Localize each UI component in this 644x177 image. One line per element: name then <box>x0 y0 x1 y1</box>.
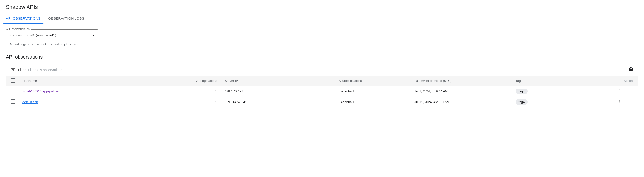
col-actions: Actions <box>600 76 638 86</box>
table-row: xxnet-186913.appspot.com1128.1.49.123us-… <box>6 86 638 97</box>
page-title: Shadow APIs <box>6 4 638 10</box>
last-event-value: Jul 1, 2024, 8:59:44 AM <box>410 86 512 97</box>
more-vert-icon[interactable] <box>617 101 621 105</box>
server-ips-value: 139.144.52.241 <box>221 97 335 107</box>
hostname-link[interactable]: default.asp <box>22 100 38 104</box>
chevron-down-icon <box>92 33 95 37</box>
api-operations-value: 1 <box>170 86 221 97</box>
api-operations-value: 1 <box>170 97 221 107</box>
tab-api-observations[interactable]: API OBSERVATIONS <box>6 13 41 24</box>
table-row: default.asp1139.144.52.241us-central1Jul… <box>6 97 638 107</box>
observations-table: Hostname API operations Server IPs Sourc… <box>6 76 638 107</box>
col-server-ips[interactable]: Server IPs <box>221 76 335 86</box>
row-checkbox[interactable] <box>11 99 15 104</box>
source-location-value: us-central1 <box>335 86 411 97</box>
tab-observation-jobs[interactable]: OBSERVATION JOBS <box>48 13 84 24</box>
more-vert-icon[interactable] <box>617 90 621 94</box>
observation-job-label: Observation job <box>8 27 31 31</box>
table-header-row: Hostname API operations Server IPs Sourc… <box>6 76 638 86</box>
help-icon[interactable] <box>628 67 633 72</box>
section-title: API observations <box>0 48 644 63</box>
tag-chip[interactable]: tag4 <box>516 88 528 94</box>
tabs-bar: API OBSERVATIONS OBSERVATION JOBS <box>0 13 644 24</box>
last-event-value: Jul 11, 2024, 4:29:51 AM <box>410 97 512 107</box>
col-tags[interactable]: Tags <box>512 76 600 86</box>
col-source-locations[interactable]: Source locations <box>335 76 411 86</box>
hostname-link[interactable]: xxnet-186913.appspot.com <box>22 89 61 93</box>
observation-job-value: test-us-central1 (us-central1) <box>10 33 56 37</box>
tag-chip[interactable]: tag4 <box>516 99 528 105</box>
filter-icon <box>11 67 16 72</box>
source-location-value: us-central1 <box>335 97 411 107</box>
col-hostname[interactable]: Hostname <box>18 76 170 86</box>
filter-label: Filter <box>18 68 26 72</box>
observation-job-select[interactable]: test-us-central1 (us-central1) <box>6 29 98 40</box>
filter-input[interactable] <box>28 68 626 72</box>
col-last-event[interactable]: Last event detected (UTC) <box>410 76 512 86</box>
server-ips-value: 128.1.49.123 <box>221 86 335 97</box>
select-all-checkbox[interactable] <box>11 78 15 83</box>
col-api-operations[interactable]: API operations <box>170 76 221 86</box>
row-checkbox[interactable] <box>11 89 15 93</box>
observation-job-helper: Reload page to see recent observation jo… <box>9 42 638 46</box>
